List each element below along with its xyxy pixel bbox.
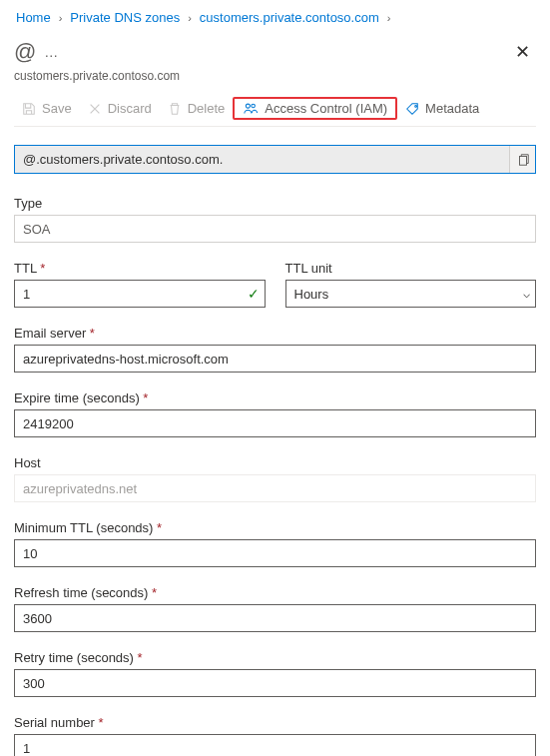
metadata-button[interactable]: Metadata <box>397 97 487 120</box>
record-at-icon: @ <box>14 39 36 65</box>
field-host: Host <box>14 455 536 502</box>
close-button[interactable]: ✕ <box>509 37 536 67</box>
host-input <box>14 474 536 502</box>
serial-label: Serial number <box>14 715 536 730</box>
page-header: @ … ✕ <box>14 37 536 67</box>
svg-rect-0 <box>519 156 526 165</box>
delete-label: Delete <box>188 101 226 116</box>
ttl-unit-label: TTL unit <box>285 261 537 276</box>
delete-button[interactable]: Delete <box>160 97 234 120</box>
delete-icon <box>168 102 182 116</box>
field-email-server: Email server <box>14 326 536 373</box>
field-ttl-unit: TTL unit ⌵ <box>285 261 537 308</box>
more-actions-button[interactable]: … <box>44 44 59 60</box>
copy-button[interactable] <box>509 146 535 173</box>
refresh-time-input[interactable] <box>14 604 536 632</box>
save-button[interactable]: Save <box>14 97 80 120</box>
chevron-right-icon: › <box>383 12 395 24</box>
serial-input[interactable] <box>14 734 536 756</box>
people-icon <box>243 102 259 116</box>
discard-icon <box>88 102 102 116</box>
metadata-label: Metadata <box>425 101 479 116</box>
field-expire-time: Expire time (seconds) <box>14 390 536 437</box>
chevron-right-icon: › <box>184 12 196 24</box>
save-icon <box>22 102 36 116</box>
discard-button[interactable]: Discard <box>80 97 160 120</box>
page-subtitle: customers.private.contoso.com <box>14 69 536 83</box>
min-ttl-input[interactable] <box>14 539 536 567</box>
email-server-input[interactable] <box>14 345 536 373</box>
fqdn-value: @.customers.private.contoso.com. <box>15 146 509 173</box>
field-serial: Serial number <box>14 715 536 756</box>
email-server-label: Email server <box>14 326 536 341</box>
discard-label: Discard <box>108 101 152 116</box>
retry-time-input[interactable] <box>14 669 536 697</box>
min-ttl-label: Minimum TTL (seconds) <box>14 520 536 535</box>
breadcrumb-parent[interactable]: Private DNS zones <box>70 10 180 25</box>
access-control-button[interactable]: Access Control (IAM) <box>233 97 397 120</box>
host-label: Host <box>14 455 536 470</box>
tag-icon <box>405 102 419 116</box>
fqdn-row: @.customers.private.contoso.com. <box>14 145 536 174</box>
save-label: Save <box>42 101 72 116</box>
field-type: Type <box>14 196 536 243</box>
access-control-label: Access Control (IAM) <box>265 101 387 116</box>
form: Type TTL ✓ TTL unit ⌵ Email server Expir… <box>14 196 536 756</box>
field-refresh-time: Refresh time (seconds) <box>14 585 536 632</box>
breadcrumb-current[interactable]: customers.private.contoso.com <box>200 10 379 25</box>
field-min-ttl: Minimum TTL (seconds) <box>14 520 536 567</box>
ttl-unit-select[interactable] <box>285 280 537 308</box>
chevron-right-icon: › <box>55 12 67 24</box>
field-retry-time: Retry time (seconds) <box>14 650 536 697</box>
type-input <box>14 215 536 243</box>
field-ttl: TTL ✓ <box>14 261 266 308</box>
breadcrumb: Home › Private DNS zones › customers.pri… <box>14 8 536 31</box>
retry-time-label: Retry time (seconds) <box>14 650 536 665</box>
refresh-time-label: Refresh time (seconds) <box>14 585 536 600</box>
type-label: Type <box>14 196 536 211</box>
expire-time-input[interactable] <box>14 409 536 437</box>
ttl-label: TTL <box>14 261 266 276</box>
breadcrumb-home[interactable]: Home <box>16 10 51 25</box>
ttl-input[interactable] <box>14 280 266 308</box>
expire-time-label: Expire time (seconds) <box>14 390 536 405</box>
toolbar: Save Discard Delete Access Control (IAM)… <box>14 97 536 127</box>
copy-icon <box>516 153 530 167</box>
